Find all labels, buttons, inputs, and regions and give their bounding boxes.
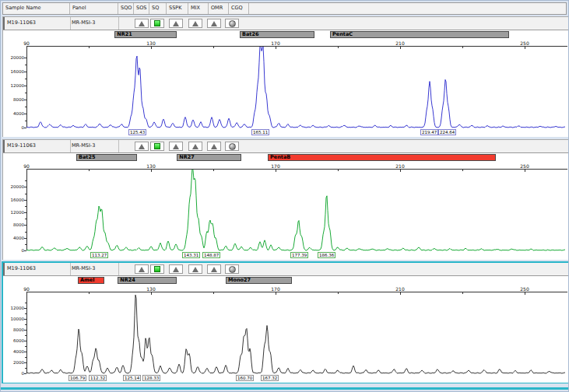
cgq-sphere-icon — [229, 20, 236, 27]
x-tick-label: 170 — [268, 40, 283, 46]
flag-cell-omr[interactable] — [207, 264, 221, 274]
marker-bar-nr24[interactable]: NR24 — [118, 277, 177, 284]
peak-size-label[interactable]: 224.64 — [438, 129, 456, 135]
sample-row[interactable]: M19-11063 MR-MSI-3 — [3, 263, 569, 276]
peak-size-label[interactable]: 143.31 — [182, 252, 200, 258]
electropherogram-plot[interactable]: 040008000120001600020000125.43165.11219.… — [3, 47, 569, 137]
flag-cell-sspk[interactable] — [169, 264, 183, 274]
marker-bar-row: Bat25NR27PentaB — [3, 153, 569, 163]
warning-triangle-icon — [139, 144, 145, 149]
warning-triangle-icon — [211, 267, 217, 272]
flag-cell-mix[interactable] — [188, 264, 202, 274]
sq-pass-icon — [154, 266, 160, 272]
header-cell-sqo[interactable]: SQO — [118, 3, 134, 14]
sq-pass-icon — [154, 143, 160, 149]
marker-bar-pentab[interactable]: PentaB — [268, 154, 496, 161]
flag-cell-sq[interactable] — [150, 264, 164, 274]
x-tick-label: 250 — [517, 163, 532, 169]
marker-bar-pentac[interactable]: PentaC — [330, 31, 509, 38]
panel-name: MR-MSI-3 — [72, 17, 119, 30]
header-cell-sample-name[interactable]: Sample Name — [3, 3, 70, 14]
marker-bar-nr21[interactable]: NR21 — [114, 31, 177, 38]
flag-cell-sspk[interactable] — [169, 19, 183, 28]
flag-cell-sq[interactable] — [150, 142, 164, 151]
flag-cell-omr[interactable] — [207, 142, 221, 151]
peak-size-label[interactable]: 125.43 — [128, 129, 146, 135]
flag-cell-sos[interactable] — [135, 264, 149, 274]
x-tick-label: 130 — [143, 286, 159, 292]
sample-row[interactable]: M19-11063 MR-MSI-3 — [3, 140, 569, 153]
sample-name: M19-11063 — [7, 263, 71, 275]
cgq-sphere-icon — [229, 266, 236, 273]
electropherogram-plot[interactable]: 020004000600080001000012000106.79112.321… — [3, 292, 569, 383]
x-tick-label: 90 — [19, 163, 34, 169]
x-axis-ruler: 90130170210250 — [3, 40, 569, 47]
flag-cell-cgq[interactable] — [225, 142, 239, 151]
marker-bar-mono27[interactable]: Mono27 — [226, 277, 292, 284]
flag-cell-mix[interactable] — [188, 19, 202, 28]
electropherogram-trace — [3, 170, 567, 260]
warning-triangle-icon — [192, 267, 198, 272]
sample-name: M19-11063 — [7, 17, 71, 30]
header-cell-cgq[interactable]: CGQ — [229, 3, 249, 14]
marker-bar-row: NR21Bat26PentaC — [3, 30, 569, 40]
x-tick-label: 250 — [517, 286, 532, 292]
peak-size-label[interactable]: 167.32 — [261, 375, 279, 381]
x-tick-label: 210 — [392, 40, 408, 46]
x-tick-label: 210 — [392, 163, 408, 169]
peak-size-label[interactable]: 177.39 — [290, 252, 308, 258]
header-cell-panel[interactable]: Panel — [70, 3, 118, 14]
peak-size-label[interactable]: 186.36 — [318, 252, 335, 258]
marker-bar-amel[interactable]: Amel — [78, 277, 104, 284]
warning-triangle-icon — [192, 144, 198, 149]
sample-row[interactable]: M19-11063 MR-MSI-3 — [3, 17, 569, 30]
selection-underline — [1, 387, 569, 390]
header-cell-sos[interactable]: SOS — [134, 3, 149, 14]
peak-size-label[interactable]: 148.87 — [202, 252, 220, 258]
x-tick-label: 130 — [143, 163, 159, 169]
warning-triangle-icon — [211, 144, 217, 149]
marker-bar-bat26[interactable]: Bat26 — [240, 31, 314, 38]
flag-cell-sos[interactable] — [135, 19, 149, 28]
panel-name: MR-MSI-3 — [72, 140, 119, 152]
flag-cell-cgq[interactable] — [225, 19, 239, 28]
header-cell-sq[interactable]: SQ — [149, 3, 167, 14]
x-tick-label: 170 — [268, 163, 283, 169]
marker-bar-row: AmelNR24Mono27 — [3, 276, 569, 285]
warning-triangle-icon — [173, 267, 179, 272]
header-cell-mix[interactable]: MIX — [188, 3, 209, 14]
flag-cell-omr[interactable] — [207, 19, 221, 28]
flag-cell-cgq[interactable] — [225, 264, 239, 274]
x-axis-ruler: 90130170210250 — [3, 163, 569, 170]
x-tick-label: 210 — [392, 286, 408, 292]
flag-cell-sspk[interactable] — [169, 142, 183, 151]
warning-triangle-icon — [139, 21, 145, 26]
x-tick-label: 90 — [19, 40, 34, 46]
flag-cell-sq[interactable] — [150, 19, 164, 28]
peak-size-label[interactable]: 219.47 — [420, 129, 438, 135]
peak-size-label[interactable]: 128.33 — [142, 375, 160, 381]
flag-cell-sos[interactable] — [135, 142, 149, 151]
header-cell-omr[interactable]: OMR — [209, 3, 229, 14]
peak-size-label[interactable]: 113.27 — [90, 252, 108, 258]
x-axis-ruler: 90130170210250 — [3, 285, 569, 292]
marker-bar-nr27[interactable]: NR27 — [177, 154, 241, 161]
peak-size-label[interactable]: 160.70 — [236, 375, 254, 381]
warning-triangle-icon — [211, 21, 217, 26]
flag-cell-mix[interactable] — [188, 142, 202, 151]
electropherogram-trace — [3, 47, 567, 137]
peak-size-label[interactable]: 165.11 — [251, 129, 269, 135]
peak-size-label[interactable]: 112.32 — [89, 375, 107, 381]
peak-size-label[interactable]: 125.14 — [123, 375, 141, 381]
electropherogram-trace — [3, 292, 567, 383]
genemapper-sample-plot-window: Sample NamePanelSQOSOSSQSSPKMIXOMRCGQ M1… — [0, 0, 569, 392]
header-filler — [249, 3, 566, 14]
peak-size-label[interactable]: 106.79 — [68, 375, 86, 381]
marker-bar-bat25[interactable]: Bat25 — [76, 154, 137, 161]
header-cell-sspk[interactable]: SSPK — [167, 3, 188, 14]
sample-name: M19-11063 — [7, 140, 71, 152]
row-selection-edge — [3, 140, 5, 152]
warning-triangle-icon — [192, 21, 198, 26]
sample-panel-group-3: M19-11063 MR-MSI-3 AmelNR24Mono27 901301… — [2, 261, 569, 383]
electropherogram-plot[interactable]: 040008000120001600020000113.27143.31148.… — [3, 170, 569, 260]
